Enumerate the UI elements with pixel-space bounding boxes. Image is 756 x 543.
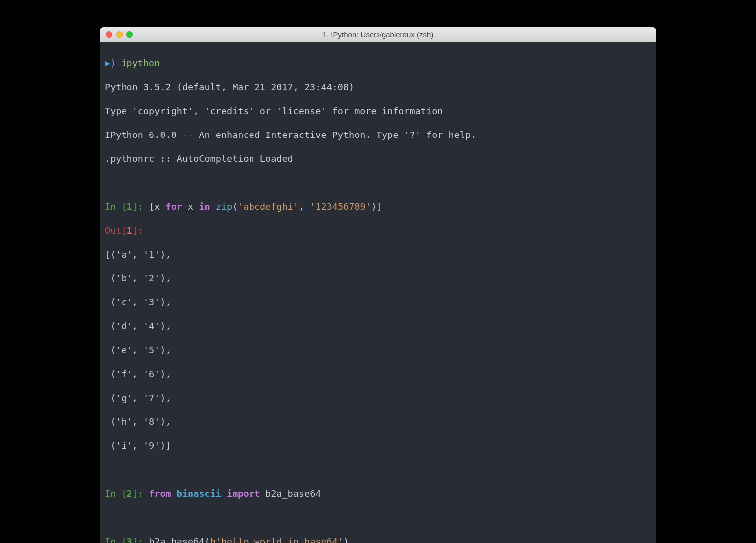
zoom-icon[interactable] xyxy=(126,31,133,38)
in-prompt: In [ xyxy=(105,488,127,499)
in-prompt-close: ]: xyxy=(132,201,149,212)
in-num: 1 xyxy=(127,201,132,212)
shell-prompt-line: ▶⟩ ipython xyxy=(105,57,651,69)
prompt-paren-icon: ⟩ xyxy=(110,58,116,68)
out-1-value: ('h', '8'), xyxy=(105,416,651,428)
out-1-value: ('b', '2'), xyxy=(105,272,651,284)
out-1-value: [('a', '1'), xyxy=(105,249,651,261)
banner-line: Python 3.5.2 (default, Mar 21 2017, 23:4… xyxy=(105,81,651,93)
traffic-lights xyxy=(100,31,133,38)
blank-line xyxy=(105,464,651,476)
in-num: 2 xyxy=(127,488,132,499)
out-num: 1 xyxy=(127,225,132,236)
out-1-value: ('g', '7'), xyxy=(105,392,651,404)
terminal-window: 1. IPython: Users/gableroux (zsh) ▶⟩ ipy… xyxy=(100,27,656,543)
in-1-line: In [1]: [x for x in zip('abcdefghi', '12… xyxy=(105,201,651,213)
banner-line: .pythonrc :: AutoCompletion Loaded xyxy=(105,153,651,165)
out-1-label: Out[1]: xyxy=(105,225,651,237)
out-prompt-close: ]: xyxy=(132,225,149,236)
out-1-value: ('i', '9')] xyxy=(105,440,651,452)
in-prompt-close: ]: xyxy=(132,488,149,499)
in-prompt: In [ xyxy=(105,201,127,212)
banner-line: IPython 6.0.0 -- An enhanced Interactive… xyxy=(105,129,651,141)
shell-command: ipython xyxy=(121,58,160,68)
blank-line xyxy=(105,177,651,189)
out-prompt: Out[ xyxy=(105,225,127,236)
in-num: 3 xyxy=(127,536,132,543)
out-1-value: ('d', '4'), xyxy=(105,320,651,332)
in-2-line: In [2]: from binascii import b2a_base64 xyxy=(105,488,651,500)
out-1-value: ('e', '5'), xyxy=(105,344,651,356)
in-prompt-close: ]: xyxy=(132,536,149,543)
banner-line: Type 'copyright', 'credits' or 'license'… xyxy=(105,105,651,117)
prompt-arrow-icon: ▶ xyxy=(105,58,110,68)
out-1-value: ('c', '3'), xyxy=(105,296,651,308)
minimize-icon[interactable] xyxy=(116,31,123,38)
terminal-body[interactable]: ▶⟩ ipython Python 3.5.2 (default, Mar 21… xyxy=(100,42,656,543)
blank-line xyxy=(105,512,651,524)
window-title: 1. IPython: Users/gableroux (zsh) xyxy=(323,30,434,39)
close-icon[interactable] xyxy=(106,31,112,38)
in-prompt: In [ xyxy=(105,536,127,543)
titlebar[interactable]: 1. IPython: Users/gableroux (zsh) xyxy=(100,27,656,42)
out-1-value: ('f', '6'), xyxy=(105,368,651,380)
in-3-line: In [3]: b2a_base64(b'hello world in base… xyxy=(105,536,651,543)
